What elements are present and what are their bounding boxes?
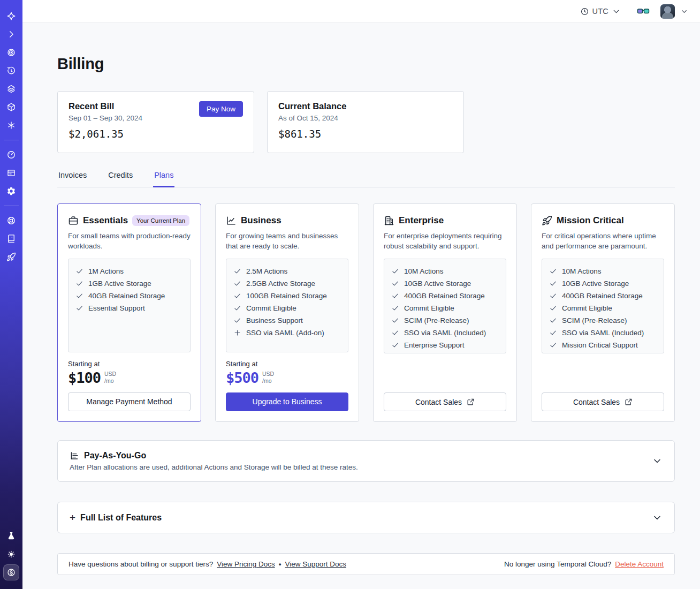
feature-label: Essential Support bbox=[88, 304, 145, 312]
feature-label: 1GB Active Storage bbox=[88, 280, 151, 288]
plan-feature: Mission Critical Support bbox=[549, 341, 657, 349]
plan-feature-box: 2.5M Actions2.5GB Active Storage100GB Re… bbox=[226, 259, 348, 352]
sidebar-item-dollar-coin[interactable] bbox=[3, 564, 19, 580]
sidebar-item-lifebuoy[interactable] bbox=[3, 213, 19, 229]
glasses-icon[interactable] bbox=[637, 5, 650, 18]
sidebar-item-target[interactable] bbox=[3, 44, 19, 61]
plan-name: Mission Critical bbox=[557, 215, 624, 226]
check bbox=[75, 304, 83, 312]
feature-label: 2.5M Actions bbox=[246, 267, 287, 275]
sidebar-item-chevron-right[interactable] bbox=[3, 26, 19, 42]
button-label: Contact Sales bbox=[573, 398, 620, 406]
sidebar-item-gauge[interactable] bbox=[3, 147, 19, 163]
timer-icon bbox=[6, 66, 16, 75]
plan-price: $100 bbox=[68, 369, 101, 386]
plan-price-area: Starting at$500USD/mo bbox=[226, 360, 348, 392]
check bbox=[391, 280, 399, 288]
layers-icon bbox=[6, 84, 16, 94]
footer-right-question: No longer using Temporal Cloud? bbox=[504, 560, 611, 568]
target-icon bbox=[6, 48, 16, 57]
check bbox=[391, 304, 399, 312]
feature-label: 1M Actions bbox=[88, 267, 124, 275]
rocket-icon bbox=[6, 252, 16, 262]
plan-description: For enterprise deployments requiring rob… bbox=[384, 231, 506, 252]
plan-feature: 10M Actions bbox=[549, 267, 657, 275]
feature-label: Mission Critical Support bbox=[562, 341, 638, 349]
feature-label: SSO via SAML (Included) bbox=[404, 329, 486, 337]
sidebar-item-temporal-logo[interactable] bbox=[3, 8, 19, 24]
tab-invoices[interactable]: Invoices bbox=[57, 166, 88, 187]
sidebar-group bbox=[0, 527, 22, 582]
footer-separator: • bbox=[279, 560, 281, 568]
view-pricing-docs-link[interactable]: View Pricing Docs bbox=[217, 560, 275, 568]
feature-label: 400GB Retained Storage bbox=[404, 292, 485, 300]
check bbox=[391, 329, 399, 337]
timezone-selector[interactable]: UTC bbox=[580, 7, 621, 16]
feature-label: 100GB Retained Storage bbox=[246, 292, 327, 300]
topbar: UTC bbox=[22, 0, 700, 23]
chevron-right-icon bbox=[6, 29, 16, 39]
sidebar-item-flask[interactable] bbox=[3, 528, 19, 544]
sidebar-group bbox=[0, 212, 22, 266]
plan-card-mission-critical: Mission CriticalFor critical operations … bbox=[531, 203, 675, 422]
rocket-icon bbox=[542, 215, 552, 226]
avatar[interactable] bbox=[660, 4, 675, 19]
business-action-button[interactable]: Upgrade to Business bbox=[226, 392, 348, 411]
feature-label: SCIM (Pre-Release) bbox=[562, 316, 627, 324]
view-support-docs-link[interactable]: View Support Docs bbox=[285, 560, 346, 568]
plan-feature: 40GB Retained Storage bbox=[75, 292, 183, 300]
button-label: Contact Sales bbox=[415, 398, 462, 406]
tab-plans[interactable]: Plans bbox=[153, 166, 174, 187]
plan-price-area bbox=[542, 361, 664, 392]
sidebar-item-gear[interactable] bbox=[3, 183, 19, 199]
plan-feature: Commit Eligible bbox=[391, 304, 499, 312]
plan-feature-box: 1M Actions1GB Active Storage40GB Retaine… bbox=[68, 259, 191, 352]
sidebar-item-book[interactable] bbox=[3, 231, 19, 247]
payg-body: Pay-As-You-Go After Plan allocations are… bbox=[70, 451, 358, 471]
plan-description: For critical operations where uptime and… bbox=[542, 231, 664, 252]
price-period: /mo bbox=[262, 377, 274, 384]
feature-label: SSO via SAML (Included) bbox=[562, 329, 644, 337]
check bbox=[549, 329, 557, 337]
plan-feature: 100GB Retained Storage bbox=[233, 292, 341, 300]
feature-label: Commit Eligible bbox=[246, 304, 296, 312]
feature-label: SCIM (Pre-Release) bbox=[404, 316, 469, 324]
current-balance-amount: $861.35 bbox=[278, 128, 453, 140]
sidebar-item-timer[interactable] bbox=[3, 63, 19, 79]
check bbox=[233, 280, 241, 288]
clock-icon bbox=[580, 7, 589, 16]
current-balance-as-of: As of Oct 15, 2024 bbox=[278, 114, 453, 122]
sun-icon bbox=[6, 549, 16, 559]
sidebar-item-asterisk[interactable] bbox=[3, 117, 19, 133]
plan-feature: SCIM (Pre-Release) bbox=[549, 316, 657, 324]
button-label: Manage Payment Method bbox=[86, 397, 172, 406]
sidebar-divider bbox=[4, 206, 19, 206]
feature-label: 10M Actions bbox=[404, 267, 444, 275]
chevron-down-icon[interactable] bbox=[680, 7, 688, 16]
sidebar-item-rocket[interactable] bbox=[3, 249, 19, 265]
plan-name: Enterprise bbox=[399, 215, 444, 226]
pay-as-you-go-accordion[interactable]: Pay-As-You-Go After Plan allocations are… bbox=[57, 440, 675, 482]
enterprise-action-button[interactable]: Contact Sales bbox=[384, 392, 506, 411]
tab-credits[interactable]: Credits bbox=[107, 166, 134, 187]
feature-label: SSO via SAML (Add-on) bbox=[246, 329, 324, 337]
full-features-accordion[interactable]: + Full List of Features bbox=[57, 502, 675, 533]
summary-row: Recent Bill Sep 01 – Sep 30, 2024 $2,061… bbox=[57, 91, 675, 153]
external-link-icon bbox=[625, 398, 633, 406]
sidebar-item-panel[interactable] bbox=[3, 165, 19, 181]
mission-critical-action-button[interactable]: Contact Sales bbox=[542, 392, 664, 411]
price-period: /mo bbox=[104, 377, 116, 384]
delete-account-link[interactable]: Delete Account bbox=[615, 560, 664, 568]
sidebar-item-cube[interactable] bbox=[3, 99, 19, 115]
essentials-action-button[interactable]: Manage Payment Method bbox=[68, 392, 191, 411]
current-balance-card: Current Balance As of Oct 15, 2024 $861.… bbox=[267, 91, 464, 153]
footer-question: Have questions about billing or support … bbox=[69, 560, 213, 568]
plan-card-enterprise: EnterpriseFor enterprise deployments req… bbox=[373, 203, 517, 422]
sidebar-item-sun[interactable] bbox=[3, 546, 19, 562]
pay-now-button[interactable]: Pay Now bbox=[199, 101, 243, 117]
plan-feature: Essential Support bbox=[75, 304, 183, 312]
sidebar-item-layers[interactable] bbox=[3, 81, 19, 97]
check bbox=[549, 316, 557, 324]
briefcase-icon bbox=[68, 215, 79, 226]
page-title: Billing bbox=[57, 55, 675, 73]
